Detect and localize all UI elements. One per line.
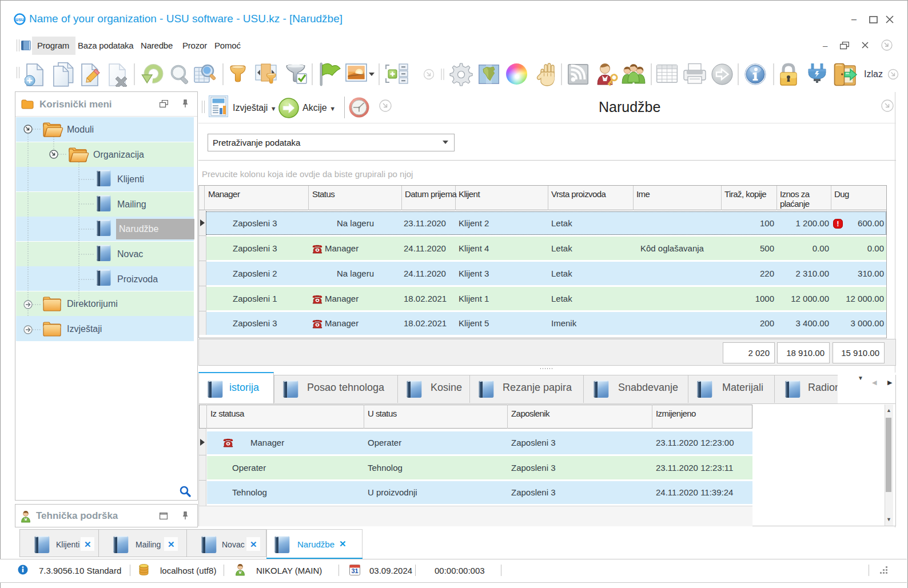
svg-text:usu: usu [15, 17, 24, 22]
svg-text:Izlaz: Izlaz [864, 69, 883, 79]
svg-text:31: 31 [351, 567, 358, 574]
